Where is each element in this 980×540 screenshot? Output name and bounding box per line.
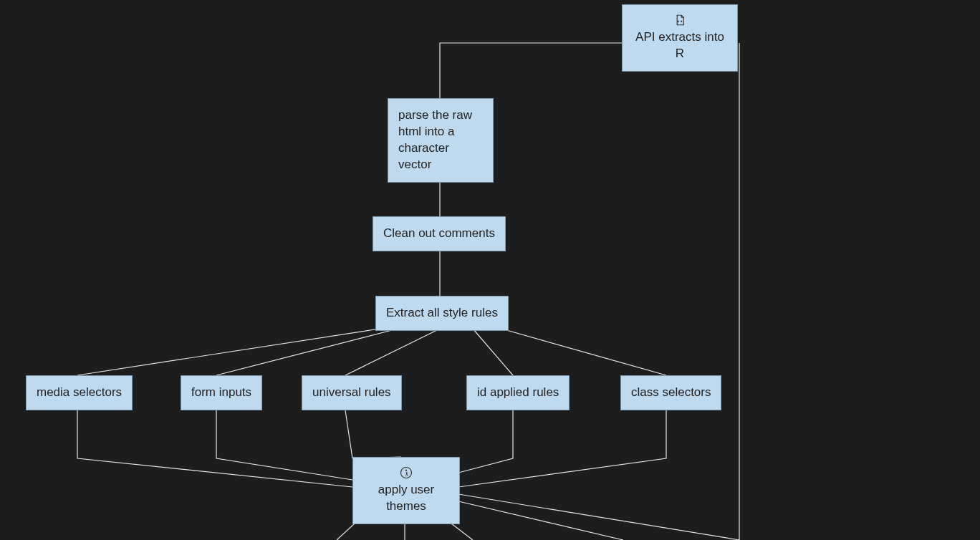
- node-universal[interactable]: universal rules: [302, 375, 402, 410]
- diagram-edges: [0, 0, 980, 540]
- node-label: form inputs: [191, 385, 251, 399]
- node-extract[interactable]: Extract all style rules: [375, 296, 509, 331]
- node-label: Extract all style rules: [386, 306, 498, 319]
- node-label: id applied rules: [477, 385, 559, 399]
- node-form[interactable]: form inputs: [181, 375, 262, 410]
- node-label: Clean out comments: [383, 226, 495, 240]
- svg-point-1: [405, 469, 407, 471]
- node-label: apply user themes: [378, 483, 434, 513]
- node-clean[interactable]: Clean out comments: [373, 216, 506, 251]
- node-classsel[interactable]: class selectors: [620, 375, 721, 410]
- accessibility-icon: [400, 466, 413, 479]
- node-label: media selectors: [37, 385, 122, 399]
- code-file-icon: [673, 14, 686, 26]
- node-label: parse the raw html into a character vect…: [398, 108, 472, 171]
- node-api[interactable]: API extracts into R: [622, 4, 738, 72]
- node-label: universal rules: [312, 385, 391, 399]
- node-label: API extracts into R: [635, 30, 724, 60]
- node-idrules[interactable]: id applied rules: [466, 375, 570, 410]
- node-parse[interactable]: parse the raw html into a character vect…: [388, 98, 494, 183]
- node-label: class selectors: [631, 385, 711, 399]
- node-media[interactable]: media selectors: [26, 375, 133, 410]
- node-apply[interactable]: apply user themes: [352, 457, 460, 524]
